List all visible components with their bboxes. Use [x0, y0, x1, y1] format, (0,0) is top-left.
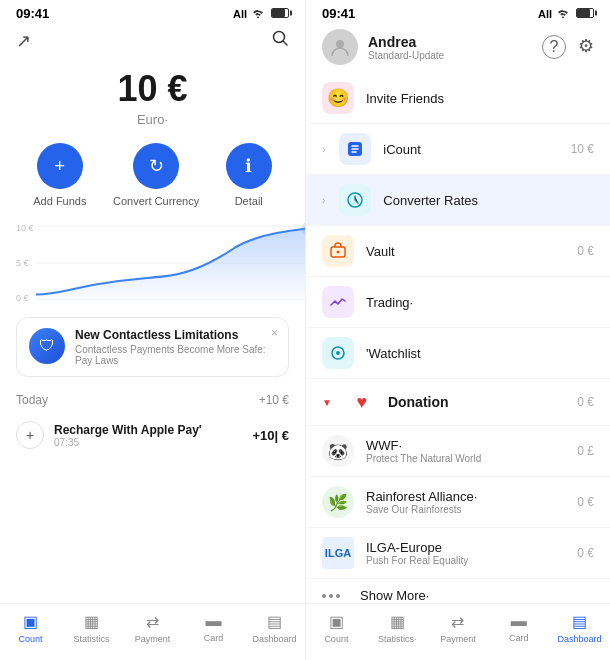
detail-label: Detail — [235, 195, 263, 207]
notification-description: Contactless Payments Become More Safe: P… — [75, 344, 276, 366]
profile-subtitle: Standard-Update — [368, 50, 444, 61]
show-more-label: Show More· — [360, 588, 594, 603]
donation-heart-wrap: ♥ — [348, 388, 376, 416]
icount-icon-wrap — [339, 133, 371, 165]
card-label-right: Card — [509, 633, 529, 643]
dashboard-label-right: Dashboard — [558, 634, 602, 644]
menu-rainforest[interactable]: 🌿 Rainforest Alliance· Save Our Rainfore… — [306, 477, 610, 528]
notification-close-button[interactable]: × — [271, 326, 278, 340]
section-date: Today — [16, 393, 48, 407]
detail-button[interactable]: ℹ Detail — [226, 143, 272, 207]
menu-watchlist[interactable]: 'Watchlist — [306, 328, 610, 379]
converter-title: Converter Rates — [383, 193, 594, 208]
add-funds-button[interactable]: + Add Funds — [33, 143, 86, 207]
bottom-nav-left: ▣ Count ▦ Statistics ⇄ Payment ▬ Card ▤ … — [0, 603, 305, 660]
balance-currency: Euro· — [0, 112, 305, 127]
menu-donation-header[interactable]: ▼ ♥ Donation 0 € — [306, 379, 610, 426]
shield-icon: 🛡 — [39, 337, 55, 355]
invite-icon-wrap: 😊 — [322, 82, 354, 114]
trading-title: Trading· — [366, 295, 594, 310]
profile-name: Andrea — [368, 34, 444, 50]
menu-wwf[interactable]: 🐼 WWF· Protect The Natural World 0 £ — [306, 426, 610, 477]
card-icon-left: ▬ — [205, 612, 221, 630]
notification-content: New Contactless Limitations Contactless … — [75, 328, 276, 366]
chart-svg — [36, 223, 305, 303]
notification-icon: 🛡 — [29, 328, 65, 364]
nav-dashboard-left[interactable]: ▤ Dashboard — [252, 612, 296, 644]
transaction-section: Today +10 € + Recharge With Apple Pay' 0… — [0, 385, 305, 459]
nav-count-left[interactable]: ▣ Count — [8, 612, 52, 644]
battery-icon-left — [269, 8, 289, 20]
network-right: All — [538, 8, 552, 20]
count-icon-left: ▣ — [23, 612, 38, 631]
trading-icon-wrap — [322, 286, 354, 318]
convert-currency-button[interactable]: ↻ Convert Currency — [113, 143, 199, 207]
payment-icon-left: ⇄ — [146, 612, 159, 631]
nav-card-left[interactable]: ▬ Card — [191, 612, 235, 644]
dashboard-icon-left: ▤ — [267, 612, 282, 631]
vault-title: Vault — [366, 244, 565, 259]
donation-title: Donation — [388, 394, 565, 410]
show-more-text: Show More· — [360, 588, 594, 603]
card-icon-right: ▬ — [511, 612, 527, 630]
watchlist-icon-wrap — [322, 337, 354, 369]
menu-vault[interactable]: Vault 0 € — [306, 226, 610, 277]
battery-icon-right — [574, 8, 594, 20]
trading-text: Trading· — [366, 295, 594, 310]
menu-ilga[interactable]: ILGA ILGA-Europe Push For Real Equality … — [306, 528, 610, 579]
converter-chevron: › — [322, 195, 325, 206]
icount-chevron: › — [322, 144, 325, 155]
transaction-icon: + — [16, 421, 44, 449]
wwf-icon-wrap: 🐼 — [322, 435, 354, 467]
status-time-left: 09:41 — [16, 6, 49, 21]
menu-list: 😊 Invite Friends › iCount 10 € › Conv — [306, 73, 610, 603]
trend-icon[interactable]: ↗ — [16, 30, 31, 52]
left-panel: 09:41 All ↗ 10 € Euro· + Add Funds ↻ Con — [0, 0, 305, 660]
add-funds-icon: + — [37, 143, 83, 189]
right-panel: 09:41 All Andrea Standard-Update ? ⚙ — [305, 0, 610, 660]
menu-icount[interactable]: › iCount 10 € — [306, 124, 610, 175]
rainforest-value: 0 € — [577, 495, 594, 509]
chart-y-bot: 0 € — [16, 293, 34, 303]
wifi-icon-left — [251, 8, 265, 20]
rainforest-icon: 🌿 — [328, 493, 348, 512]
notification-card: 🛡 New Contactless Limitations Contactles… — [16, 317, 289, 377]
count-label-right: Count — [324, 634, 348, 644]
profile-info: Andrea Standard-Update — [322, 29, 444, 65]
search-icon-left[interactable] — [271, 29, 289, 52]
transaction-title: Recharge With Apple Pay' — [54, 423, 242, 437]
network-left: All — [233, 8, 247, 20]
rainforest-text: Rainforest Alliance· Save Our Rainforest… — [366, 489, 565, 515]
dashboard-label-left: Dashboard — [252, 634, 296, 644]
status-icons-right: All — [538, 8, 594, 20]
nav-count-right[interactable]: ▣ Count — [314, 612, 358, 644]
chart-y-labels: 10 € 5 € 0 € — [16, 223, 34, 303]
icount-text: iCount — [383, 142, 558, 157]
invite-title: Invite Friends — [366, 91, 594, 106]
statistics-label-right: Statistics· — [378, 634, 417, 644]
nav-statistics-right[interactable]: ▦ Statistics· — [375, 612, 419, 644]
nav-statistics-left[interactable]: ▦ Statistics — [69, 612, 113, 644]
nav-card-right[interactable]: ▬ Card — [497, 612, 541, 644]
transaction-item[interactable]: + Recharge With Apple Pay' 07:35 +10| € — [16, 415, 289, 455]
convert-currency-icon: ↻ — [133, 143, 179, 189]
help-icon[interactable]: ? — [542, 35, 566, 59]
status-bar-left: 09:41 All — [0, 0, 305, 25]
menu-invite-friends[interactable]: 😊 Invite Friends — [306, 73, 610, 124]
menu-trading[interactable]: Trading· — [306, 277, 610, 328]
menu-converter-rates[interactable]: › Converter Rates — [306, 175, 610, 226]
nav-payment-left[interactable]: ⇄ Payment — [130, 612, 174, 644]
settings-icon[interactable]: ⚙ — [578, 35, 594, 59]
nav-payment-right[interactable]: ⇄ Payment — [436, 612, 480, 644]
transaction-time: 07:35 — [54, 437, 242, 448]
icount-title: iCount — [383, 142, 558, 157]
ilga-subtitle: Push For Real Equality — [366, 555, 565, 566]
vault-value: 0 € — [577, 244, 594, 258]
nav-dashboard-right[interactable]: ▤ Dashboard — [558, 612, 602, 644]
profile-text: Andrea Standard-Update — [368, 34, 444, 61]
svg-point-11 — [337, 251, 340, 254]
statistics-icon-left: ▦ — [84, 612, 99, 631]
card-label-left: Card — [204, 633, 224, 643]
chart-y-mid: 5 € — [16, 258, 34, 268]
menu-show-more[interactable]: Show More· — [306, 579, 610, 603]
